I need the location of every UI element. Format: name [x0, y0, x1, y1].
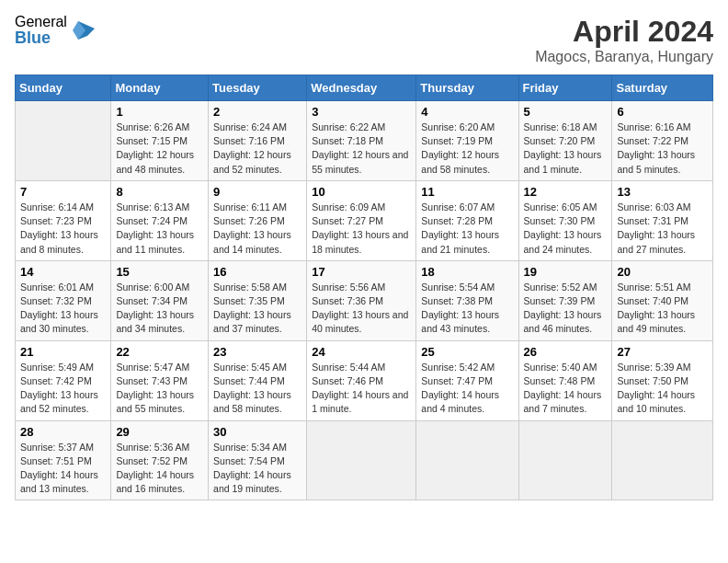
day-info: Sunrise: 5:45 AMSunset: 7:44 PMDaylight:…	[213, 361, 301, 417]
day-info: Sunrise: 6:07 AMSunset: 7:28 PMDaylight:…	[421, 201, 513, 257]
table-row: 4Sunrise: 6:20 AMSunset: 7:19 PMDaylight…	[416, 101, 518, 181]
day-number: 29	[116, 425, 203, 439]
table-row: 28Sunrise: 5:37 AMSunset: 7:51 PMDayligh…	[16, 420, 111, 500]
table-row: 24Sunrise: 5:44 AMSunset: 7:46 PMDayligh…	[307, 340, 416, 420]
day-info: Sunrise: 6:16 AMSunset: 7:22 PMDaylight:…	[617, 121, 708, 177]
table-row: 5Sunrise: 6:18 AMSunset: 7:20 PMDaylight…	[518, 101, 612, 181]
day-info: Sunrise: 5:58 AMSunset: 7:35 PMDaylight:…	[213, 281, 301, 337]
table-row: 12Sunrise: 6:05 AMSunset: 7:30 PMDayligh…	[518, 180, 612, 260]
day-number: 5	[524, 105, 608, 119]
day-info: Sunrise: 6:09 AMSunset: 7:27 PMDaylight:…	[312, 201, 411, 257]
day-info: Sunrise: 5:47 AMSunset: 7:43 PMDaylight:…	[116, 361, 203, 417]
day-info: Sunrise: 6:03 AMSunset: 7:31 PMDaylight:…	[617, 201, 708, 257]
day-info: Sunrise: 5:44 AMSunset: 7:46 PMDaylight:…	[312, 361, 411, 417]
day-number: 23	[213, 345, 301, 359]
day-number: 13	[617, 185, 708, 199]
table-row: 1Sunrise: 6:26 AMSunset: 7:15 PMDaylight…	[111, 101, 209, 181]
calendar-week-row: 1Sunrise: 6:26 AMSunset: 7:15 PMDaylight…	[16, 101, 713, 181]
day-number: 12	[524, 185, 608, 199]
day-info: Sunrise: 6:05 AMSunset: 7:30 PMDaylight:…	[524, 201, 608, 257]
day-number: 2	[213, 105, 301, 119]
day-number: 22	[116, 345, 203, 359]
table-row: 3Sunrise: 6:22 AMSunset: 7:18 PMDaylight…	[307, 101, 416, 181]
table-row: 30Sunrise: 5:34 AMSunset: 7:54 PMDayligh…	[209, 420, 307, 500]
calendar-week-row: 7Sunrise: 6:14 AMSunset: 7:23 PMDaylight…	[16, 180, 713, 260]
day-info: Sunrise: 5:52 AMSunset: 7:39 PMDaylight:…	[524, 281, 608, 337]
day-info: Sunrise: 6:20 AMSunset: 7:19 PMDaylight:…	[421, 121, 513, 177]
logo-general: General	[15, 15, 67, 29]
month-year: April 2024	[535, 15, 713, 49]
table-row: 21Sunrise: 5:49 AMSunset: 7:42 PMDayligh…	[16, 340, 111, 420]
day-number: 16	[213, 265, 301, 279]
day-number: 3	[312, 105, 411, 119]
day-info: Sunrise: 5:37 AMSunset: 7:51 PMDaylight:…	[20, 441, 106, 497]
day-info: Sunrise: 6:13 AMSunset: 7:24 PMDaylight:…	[116, 201, 203, 257]
col-monday: Monday	[111, 75, 209, 101]
table-row: 16Sunrise: 5:58 AMSunset: 7:35 PMDayligh…	[209, 260, 307, 340]
day-info: Sunrise: 5:40 AMSunset: 7:48 PMDaylight:…	[524, 361, 608, 417]
day-number: 21	[20, 345, 106, 359]
day-number: 14	[20, 265, 106, 279]
logo: General Blue	[15, 15, 95, 46]
title-block: April 2024 Magocs, Baranya, Hungary	[535, 15, 713, 65]
logo-text: General Blue	[15, 15, 67, 46]
day-info: Sunrise: 6:18 AMSunset: 7:20 PMDaylight:…	[524, 121, 608, 177]
day-info: Sunrise: 6:00 AMSunset: 7:34 PMDaylight:…	[116, 281, 203, 337]
col-friday: Friday	[518, 75, 612, 101]
table-row: 15Sunrise: 6:00 AMSunset: 7:34 PMDayligh…	[111, 260, 209, 340]
col-saturday: Saturday	[612, 75, 713, 101]
day-number: 11	[421, 185, 513, 199]
page-header: General Blue April 2024 Magocs, Baranya,…	[15, 15, 713, 65]
table-row: 26Sunrise: 5:40 AMSunset: 7:48 PMDayligh…	[518, 340, 612, 420]
table-row: 9Sunrise: 6:11 AMSunset: 7:26 PMDaylight…	[209, 180, 307, 260]
day-number: 1	[116, 105, 203, 119]
table-row: 25Sunrise: 5:42 AMSunset: 7:47 PMDayligh…	[416, 340, 518, 420]
col-tuesday: Tuesday	[209, 75, 307, 101]
day-number: 8	[116, 185, 203, 199]
table-row: 10Sunrise: 6:09 AMSunset: 7:27 PMDayligh…	[307, 180, 416, 260]
day-number: 20	[617, 265, 708, 279]
day-number: 26	[524, 345, 608, 359]
table-row: 17Sunrise: 5:56 AMSunset: 7:36 PMDayligh…	[307, 260, 416, 340]
table-row: 7Sunrise: 6:14 AMSunset: 7:23 PMDaylight…	[16, 180, 111, 260]
day-info: Sunrise: 6:22 AMSunset: 7:18 PMDaylight:…	[312, 121, 411, 177]
day-info: Sunrise: 5:42 AMSunset: 7:47 PMDaylight:…	[421, 361, 513, 417]
day-info: Sunrise: 6:26 AMSunset: 7:15 PMDaylight:…	[116, 121, 203, 177]
table-row: 27Sunrise: 5:39 AMSunset: 7:50 PMDayligh…	[612, 340, 713, 420]
day-number: 17	[312, 265, 411, 279]
day-number: 10	[312, 185, 411, 199]
table-row: 29Sunrise: 5:36 AMSunset: 7:52 PMDayligh…	[111, 420, 209, 500]
day-info: Sunrise: 5:51 AMSunset: 7:40 PMDaylight:…	[617, 281, 708, 337]
table-row	[416, 420, 518, 500]
calendar-table: Sunday Monday Tuesday Wednesday Thursday…	[15, 75, 713, 500]
day-info: Sunrise: 6:11 AMSunset: 7:26 PMDaylight:…	[213, 201, 301, 257]
table-row: 14Sunrise: 6:01 AMSunset: 7:32 PMDayligh…	[16, 260, 111, 340]
day-number: 7	[20, 185, 106, 199]
table-row: 6Sunrise: 6:16 AMSunset: 7:22 PMDaylight…	[612, 101, 713, 181]
day-number: 30	[213, 425, 301, 439]
table-row: 23Sunrise: 5:45 AMSunset: 7:44 PMDayligh…	[209, 340, 307, 420]
day-number: 19	[524, 265, 608, 279]
day-info: Sunrise: 6:14 AMSunset: 7:23 PMDaylight:…	[20, 201, 106, 257]
day-number: 18	[421, 265, 513, 279]
table-row: 2Sunrise: 6:24 AMSunset: 7:16 PMDaylight…	[209, 101, 307, 181]
day-info: Sunrise: 5:34 AMSunset: 7:54 PMDaylight:…	[213, 441, 301, 497]
day-number: 27	[617, 345, 708, 359]
day-number: 25	[421, 345, 513, 359]
table-row	[518, 420, 612, 500]
table-row: 8Sunrise: 6:13 AMSunset: 7:24 PMDaylight…	[111, 180, 209, 260]
calendar-week-row: 28Sunrise: 5:37 AMSunset: 7:51 PMDayligh…	[16, 420, 713, 500]
table-row	[16, 101, 111, 181]
logo-blue: Blue	[15, 29, 67, 46]
calendar-week-row: 21Sunrise: 5:49 AMSunset: 7:42 PMDayligh…	[16, 340, 713, 420]
location: Magocs, Baranya, Hungary	[535, 49, 713, 65]
day-number: 15	[116, 265, 203, 279]
col-thursday: Thursday	[416, 75, 518, 101]
day-number: 6	[617, 105, 708, 119]
table-row: 13Sunrise: 6:03 AMSunset: 7:31 PMDayligh…	[612, 180, 713, 260]
day-number: 4	[421, 105, 513, 119]
calendar-week-row: 14Sunrise: 6:01 AMSunset: 7:32 PMDayligh…	[16, 260, 713, 340]
table-row: 18Sunrise: 5:54 AMSunset: 7:38 PMDayligh…	[416, 260, 518, 340]
day-number: 28	[20, 425, 106, 439]
table-row: 19Sunrise: 5:52 AMSunset: 7:39 PMDayligh…	[518, 260, 612, 340]
